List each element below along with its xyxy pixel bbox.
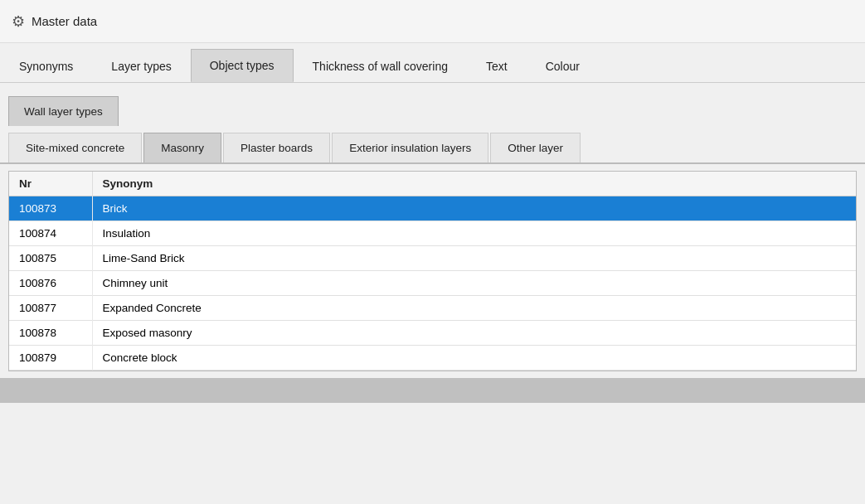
tab-thickness[interactable]: Thickness of wall covering [294,49,467,82]
title-bar: ⚙ Master data [0,0,865,43]
table-row[interactable]: 100877Expanded Concrete [9,296,856,321]
cell-synonym: Insulation [92,221,856,246]
cell-nr: 100878 [9,321,92,346]
bottom-bar [0,378,865,403]
inner-tab-site-mixed-concrete[interactable]: Site-mixed concrete [8,133,142,162]
tab-colour[interactable]: Colour [527,49,599,82]
table-row[interactable]: 100873Brick [9,196,856,221]
table-row[interactable]: 100878Exposed masonry [9,321,856,346]
cell-synonym: Expanded Concrete [92,296,856,321]
tab-object-types[interactable]: Object types [191,49,294,82]
cell-synonym: Exposed masonry [92,321,856,346]
sub-tabs-row: Wall layer types [0,83,865,126]
inner-tab-other-layer[interactable]: Other layer [490,133,581,162]
data-table: Nr Synonym 100873Brick100874Insulation10… [9,172,856,371]
table-row[interactable]: 100874Insulation [9,221,856,246]
column-header-nr: Nr [9,172,92,196]
sub-tab-wall-layer-types[interactable]: Wall layer types [8,96,119,126]
inner-tab-masonry[interactable]: Masonry [143,133,221,162]
cell-synonym: Chimney unit [92,271,856,296]
cell-synonym: Lime-Sand Brick [92,246,856,271]
table-header-row: Nr Synonym [9,172,856,196]
cell-nr: 100879 [9,346,92,371]
cell-nr: 100874 [9,221,92,246]
cell-nr: 100873 [9,196,92,221]
main-tabs-row: Synonyms Layer types Object types Thickn… [0,43,865,83]
table-row[interactable]: 100876Chimney unit [9,271,856,296]
cell-nr: 100875 [9,246,92,271]
table-row[interactable]: 100875Lime-Sand Brick [9,246,856,271]
tab-text[interactable]: Text [467,49,527,82]
tab-layer-types[interactable]: Layer types [92,49,190,82]
cell-nr: 100877 [9,296,92,321]
cell-synonym: Concrete block [92,346,856,371]
cell-nr: 100876 [9,271,92,296]
tab-synonyms[interactable]: Synonyms [0,49,92,82]
cell-synonym: Brick [92,196,856,221]
inner-tab-plaster-boards[interactable]: Plaster boards [223,133,330,162]
inner-tabs-row: Site-mixed concrete Masonry Plaster boar… [0,126,865,164]
gear-icon: ⚙ [12,12,25,31]
app-title: Master data [32,14,97,28]
inner-tab-exterior-insulation[interactable]: Exterior insulation layers [332,133,488,162]
table-row[interactable]: 100879Concrete block [9,346,856,371]
table-body: 100873Brick100874Insulation100875Lime-Sa… [9,196,856,371]
column-header-synonym: Synonym [92,172,856,196]
data-table-container: Nr Synonym 100873Brick100874Insulation10… [8,171,857,371]
